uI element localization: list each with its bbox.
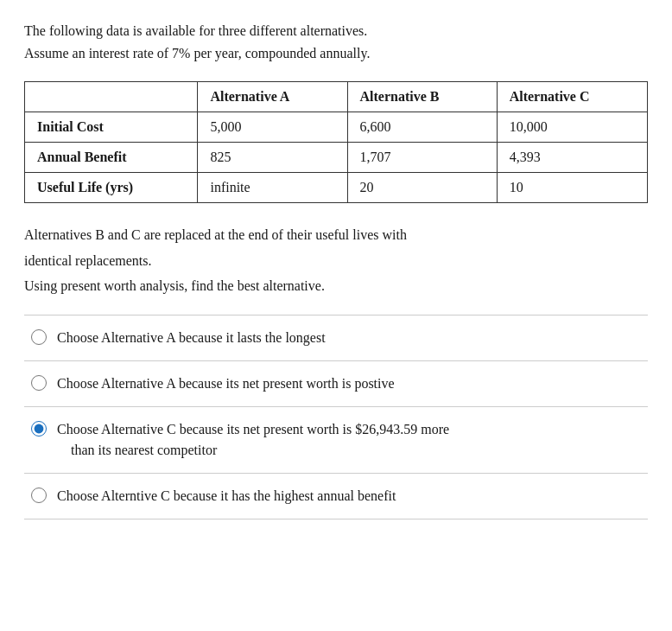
- intro-line2: Assume an interest rate of 7% per year, …: [24, 43, 648, 64]
- option-radio-3[interactable]: [31, 421, 47, 437]
- option-item-1[interactable]: Choose Alternative A because it lasts th…: [24, 316, 648, 361]
- option-radio-2[interactable]: [31, 375, 47, 391]
- table-row: Annual Benefit 825 1,707 4,393: [25, 143, 648, 173]
- option-label-4[interactable]: Choose Alterntive C because it has the h…: [57, 486, 396, 507]
- cell-annual-benefit-a: 825: [198, 143, 347, 173]
- cell-useful-life-a: infinite: [198, 173, 347, 203]
- options-container: Choose Alternative A because it lasts th…: [24, 315, 648, 519]
- description-line3: Using present worth analysis, find the b…: [24, 275, 648, 297]
- cell-annual-benefit-b: 1,707: [347, 143, 497, 173]
- option-radio-4[interactable]: [31, 488, 47, 503]
- cell-annual-benefit-c: 4,393: [497, 143, 647, 173]
- row-label-useful-life: Useful Life (yrs): [25, 173, 198, 203]
- option-label-1[interactable]: Choose Alternative A because it lasts th…: [57, 328, 326, 348]
- option-item-2[interactable]: Choose Alternative A because its net pre…: [24, 361, 648, 407]
- col-header-a: Alternative A: [198, 82, 347, 112]
- cell-initial-cost-b: 6,600: [347, 112, 497, 143]
- cell-useful-life-c: 10: [497, 173, 647, 203]
- option-item-3[interactable]: Choose Alternative C because its net pre…: [24, 407, 648, 474]
- data-table: Alternative A Alternative B Alternative …: [24, 81, 648, 203]
- intro-line1: The following data is available for thre…: [24, 21, 648, 41]
- col-header-b: Alternative B: [347, 82, 497, 112]
- description-line2: identical replacements.: [24, 250, 648, 272]
- cell-initial-cost-a: 5,000: [198, 112, 347, 143]
- row-label-initial-cost: Initial Cost: [25, 112, 198, 143]
- intro-text: The following data is available for thre…: [24, 21, 648, 64]
- cell-initial-cost-c: 10,000: [497, 112, 647, 143]
- description-text: Alternatives B and C are replaced at the…: [24, 224, 648, 297]
- table-row: Useful Life (yrs) infinite 20 10: [25, 173, 648, 203]
- cell-useful-life-b: 20: [347, 173, 497, 203]
- table-row: Initial Cost 5,000 6,600 10,000: [25, 112, 648, 143]
- col-header-empty: [25, 82, 198, 112]
- option-label-3[interactable]: Choose Alternative C because its net pre…: [57, 419, 449, 461]
- col-header-c: Alternative C: [497, 82, 647, 112]
- option-radio-1[interactable]: [31, 329, 47, 345]
- description-line1: Alternatives B and C are replaced at the…: [24, 224, 648, 246]
- option-label-2[interactable]: Choose Alternative A because its net pre…: [57, 373, 395, 394]
- option-item-4[interactable]: Choose Alterntive C because it has the h…: [24, 474, 648, 519]
- row-label-annual-benefit: Annual Benefit: [25, 143, 198, 173]
